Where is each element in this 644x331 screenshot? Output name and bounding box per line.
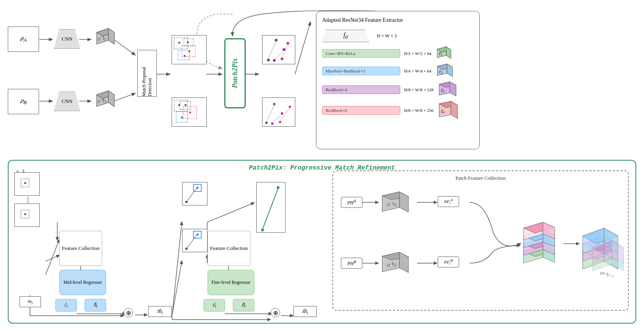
svg-line-59 (46, 255, 59, 261)
match-proposal-box: Match Proposal Detection (137, 50, 157, 97)
svg-line-89 (263, 188, 278, 229)
svg-line-57 (46, 240, 59, 275)
patch2pix-box: Patch2Pix (224, 38, 246, 108)
image-a-box: 𝘱A (8, 27, 39, 52)
cnn-b: CNN (54, 92, 80, 111)
hw3-label: H × W × 3 (377, 33, 397, 39)
svg-point-27 (281, 58, 284, 60)
c-tilde-label: c̃i (213, 302, 216, 308)
svg-text:PFiB: PFiB (606, 274, 614, 279)
f1-cube: f1 (435, 46, 453, 61)
mi-box: mi (20, 296, 41, 307)
conv-bar: Conv+BN+ReLu (322, 49, 400, 58)
svg-line-22 (268, 41, 276, 59)
cnn-a: CNN (54, 29, 80, 49)
refined-patch-a (182, 182, 208, 205)
svg-line-5 (114, 94, 135, 101)
resblock4-dims: H/8 × W/8 × 128 (404, 87, 433, 92)
svg-text:ₓ}: ₓ} (103, 36, 106, 41)
resnet-box: Adapted ResNet34 Feature Extractor f0 H … (316, 11, 480, 149)
image-b-box: 𝘱B (8, 89, 39, 114)
refined-patch-b (182, 229, 208, 252)
svg-line-67 (172, 261, 182, 315)
c-tilde-box: c̃i (204, 299, 225, 312)
pf-a-box: PFiA (438, 196, 459, 207)
svg-marker-46 (447, 64, 452, 76)
svg-point-28 (287, 42, 289, 45)
mid-regressor-label: Mid-level Regressor (64, 280, 102, 285)
svg-text:ₓ}: ₓ} (393, 262, 397, 267)
m-tilde-box: m̃i (293, 306, 317, 317)
svg-marker-105 (399, 252, 408, 273)
resblock6-bar: ResBlock×6 (322, 106, 400, 115)
patch-proposals-bottom (172, 97, 207, 127)
svg-line-2 (114, 39, 135, 55)
svg-text:ₓ}: ₓ} (103, 99, 106, 103)
plus-circle-2: ⊕ (271, 308, 280, 317)
svg-point-36 (279, 121, 281, 123)
fine-level-regressor: Fine-level Regressor (208, 270, 254, 295)
feature-collection-1: Feature Collection (59, 231, 102, 266)
cnn-a-label: CNN (62, 36, 72, 42)
svg-text:ₓ}: ₓ} (393, 202, 397, 207)
svg-point-38 (271, 122, 273, 125)
svg-point-88 (197, 234, 199, 236)
svg-point-34 (265, 122, 268, 124)
svg-point-26 (275, 39, 278, 42)
cnn-b-label: CNN (62, 98, 72, 104)
ph-a-box: PHA (341, 197, 362, 208)
svg-point-30 (283, 48, 286, 51)
svg-line-85 (186, 233, 198, 249)
plus-circle-1: ⊕ (124, 308, 133, 317)
svg-marker-99 (399, 192, 408, 212)
c-hat-box: ĉi (55, 299, 77, 312)
feature-cube-a: {f A ₓ} (93, 27, 116, 50)
pf-a-label: PFiA (444, 198, 453, 205)
f3-cube: f3 (437, 81, 459, 98)
image-b-label: 𝘱B (20, 97, 27, 106)
output-scatter-bottom (262, 97, 295, 127)
svg-line-31 (266, 105, 274, 122)
m-hat-label: m̂i (157, 308, 163, 315)
ph-b-label: PHB (347, 260, 356, 267)
delta-hat-box: δ̂i (85, 299, 106, 312)
merged-cubes (520, 216, 574, 275)
svg-line-68 (172, 222, 182, 315)
f0-label: f0 (343, 32, 348, 40)
svg-point-91 (277, 186, 280, 189)
patch-proposals-top (172, 35, 207, 64)
mid-level-regressor: Mid-level Regressor (59, 270, 106, 295)
pfc-title: Patch Feature Collection (337, 175, 624, 181)
m-tilde-label: m̃i (302, 308, 308, 315)
fl-a-cube: {f A ₓ} (379, 191, 418, 216)
feature-collection-2: Feature Collection (208, 231, 250, 266)
delta-tilde-label: δ̃i (241, 302, 245, 308)
feature-cube-b: {f B ₓ} (93, 89, 116, 112)
input-patch-b (14, 204, 40, 227)
mi-label: mi (28, 298, 32, 305)
svg-point-82 (185, 201, 188, 203)
pf-b-overlay: PFiB (589, 228, 635, 279)
match-proposal-label: Match Proposal Detection (141, 50, 153, 96)
output-scatter-top (262, 35, 295, 64)
pf-b-box: PFiB (438, 257, 459, 267)
svg-point-84 (197, 187, 199, 189)
patch-feature-collection-box: Patch Feature Collection PHA (332, 170, 629, 311)
svg-line-81 (186, 186, 198, 202)
fine-scatter-box (256, 182, 286, 233)
c-hat-label: ĉi (64, 302, 67, 308)
s-label-b: S (22, 168, 25, 173)
fl-b-cube: {f B ₓ} (379, 251, 418, 277)
svg-point-86 (185, 248, 188, 250)
svg-point-35 (273, 103, 275, 105)
fine-regressor-label: Fine-level Regressor (211, 280, 250, 285)
svg-point-37 (289, 106, 291, 108)
fc2-label: Feature Collection (210, 245, 248, 251)
svg-point-39 (281, 112, 283, 115)
ph-a-label: PHA (347, 199, 356, 206)
input-patch-a: S (14, 172, 40, 196)
delta-tilde-box: δ̃i (233, 299, 254, 312)
svg-marker-12 (108, 28, 114, 44)
svg-line-9 (295, 22, 310, 74)
resnet-title: Adapted ResNet34 Feature Extractor (322, 17, 474, 23)
